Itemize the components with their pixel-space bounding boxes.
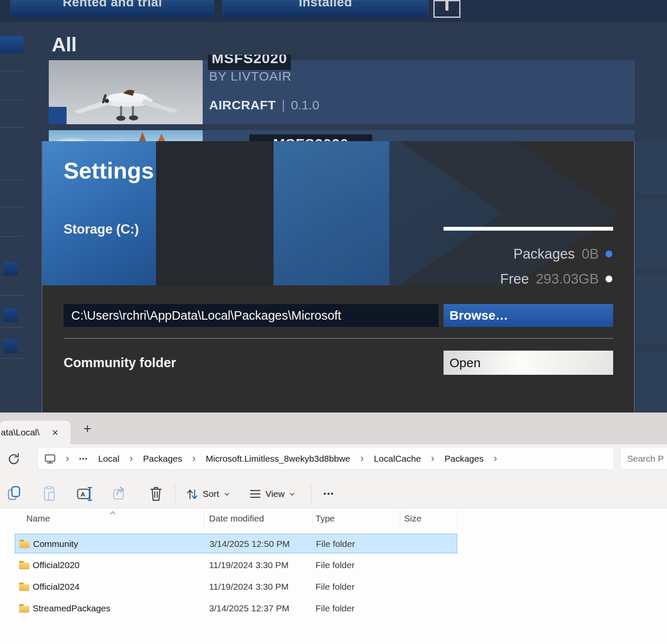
file-row-streamedpackages[interactable]: StreamedPackages 3/14/2025 12:37 PM File…	[15, 599, 457, 618]
sidebar-highlight	[0, 36, 23, 53]
legend-packages: Packages 0B	[514, 246, 612, 262]
background-list-row	[636, 200, 667, 268]
decor-chevron	[389, 141, 618, 285]
sidebar-swatch	[3, 308, 17, 322]
packages-path-input[interactable]: C:\Users\rchri\AppData\Local\Packages\Mi…	[64, 304, 438, 327]
sidebar-swatch	[3, 262, 17, 276]
sidebar-divider	[0, 127, 24, 128]
tab-rented-label: Rented and trial	[11, 0, 214, 9]
storage-label: Storage (C:)	[64, 222, 139, 237]
legend-free: Free 293.03GB	[500, 271, 612, 287]
crumb-separator: ›	[130, 453, 133, 464]
address-bar[interactable]: › ••• Local › Packages › Microsoft.Limit…	[37, 447, 614, 470]
explorer-toolbar: A	[0, 480, 667, 508]
file-row-community[interactable]: Community 3/14/2025 12:50 PM File folder	[15, 534, 457, 553]
column-header-date-modified[interactable]: Date modified	[209, 513, 264, 524]
msfs2020-badge: MSFS2020	[208, 55, 291, 70]
trash-icon	[148, 485, 165, 503]
column-header-type[interactable]: Type	[315, 513, 335, 524]
chevron-down-icon	[223, 491, 230, 496]
sidebar-divider	[0, 358, 24, 359]
meta-divider: |	[282, 98, 285, 112]
refresh-icon	[7, 452, 21, 466]
paste-button[interactable]	[41, 485, 58, 503]
item-author: BY LIVTOAIR	[209, 69, 292, 84]
storage-usage-bar	[444, 227, 613, 231]
share-button[interactable]	[111, 485, 128, 503]
close-tab-icon[interactable]: ×	[47, 425, 63, 440]
background-list-row	[636, 351, 667, 413]
copy-button[interactable]	[6, 485, 23, 503]
view-button[interactable]: View	[249, 485, 296, 503]
settings-dialog: Settings Storage (C:) Packages 0B Free 2…	[42, 141, 635, 415]
rename-button[interactable]: A	[76, 485, 93, 503]
background-list-row	[636, 141, 667, 194]
sort-arrows-icon	[186, 487, 198, 501]
explorer-tab[interactable]: ata\Local\ ×	[0, 421, 70, 444]
search-input[interactable]: Search P	[620, 447, 667, 470]
more-options-button[interactable]: •••	[318, 485, 340, 503]
column-divider[interactable]	[400, 510, 400, 530]
svg-text:A: A	[81, 491, 85, 498]
explorer-tab-title: ata\Local\	[1, 427, 39, 438]
column-divider[interactable]	[457, 510, 458, 530]
column-divider[interactable]	[313, 510, 313, 530]
filter-square-button[interactable]	[433, 0, 460, 18]
community-folder-label: Community folder	[64, 355, 176, 371]
sidebar-divider	[0, 207, 24, 207]
crumb-separator: ›	[193, 453, 196, 464]
sidebar-divider	[0, 180, 24, 180]
section-title: All	[52, 33, 77, 56]
refresh-button[interactable]	[7, 452, 21, 466]
crumb-packages[interactable]: Packages	[143, 454, 182, 464]
aircraft-thumbnail	[49, 60, 203, 124]
thumbnail-corner-badge	[49, 107, 67, 124]
crumb-local[interactable]: Local	[98, 454, 119, 464]
crumb-separator: ›	[66, 453, 69, 464]
folder-icon	[19, 561, 29, 569]
new-tab-button[interactable]: +	[80, 420, 95, 437]
crumb-separator: ›	[360, 453, 364, 464]
file-list: Name Date modified Type Size Community 3…	[0, 508, 667, 644]
sort-button[interactable]: Sort	[186, 485, 230, 503]
crumb-packages-2[interactable]: Packages	[444, 454, 483, 464]
paste-icon	[41, 485, 58, 503]
sidebar-divider	[0, 295, 24, 296]
delete-button[interactable]	[148, 485, 165, 503]
crumb-ellipsis[interactable]: •••	[79, 455, 88, 462]
view-list-icon	[249, 488, 261, 499]
crumb-localcache[interactable]: LocalCache	[374, 454, 421, 464]
browse-button[interactable]: Browse…	[444, 304, 613, 327]
toolbar-divider	[175, 484, 175, 504]
toolbar-divider	[311, 484, 311, 504]
explorer-chrome: › ••• Local › Packages › Microsoft.Limit…	[0, 444, 667, 508]
sidebar-divider	[0, 327, 24, 327]
explorer-tab-strip: ata\Local\ × +	[0, 413, 667, 444]
item-category: AIRCRAFT	[209, 98, 276, 112]
background-list-row	[636, 275, 667, 344]
aircraft-image	[49, 60, 203, 124]
file-row-official2024[interactable]: Official2024 11/19/2024 3:30 PM File fol…	[15, 577, 457, 597]
file-row-official2020[interactable]: Official2020 11/19/2024 3:30 PM File fol…	[15, 555, 457, 575]
sort-label: Sort	[203, 489, 219, 499]
sidebar-divider	[0, 236, 24, 237]
column-header-name[interactable]: Name	[26, 513, 50, 524]
rename-icon: A	[76, 485, 95, 503]
share-icon	[111, 485, 130, 503]
folder-icon	[20, 540, 30, 548]
open-community-folder-button[interactable]: Open	[444, 351, 613, 375]
crumb-limitless[interactable]: Microsoft.Limitless_8wekyb3d8bbwe	[206, 454, 350, 464]
column-divider[interactable]	[204, 510, 204, 530]
column-header-size[interactable]: Size	[404, 513, 421, 524]
tab-installed[interactable]: Installed	[223, 0, 428, 18]
folder-icon	[19, 583, 29, 591]
view-label: View	[265, 489, 285, 499]
sidebar-swatch	[3, 339, 17, 353]
packages-dot-icon	[606, 251, 612, 257]
arrow-up-icon	[446, 0, 449, 11]
copy-icon	[6, 485, 23, 503]
dialog-divider	[64, 338, 613, 339]
free-dot-icon	[606, 276, 612, 282]
tab-rented-and-trial[interactable]: Rented and trial	[11, 0, 214, 18]
screen: Rented and trial Installed All MSF	[0, 0, 667, 644]
